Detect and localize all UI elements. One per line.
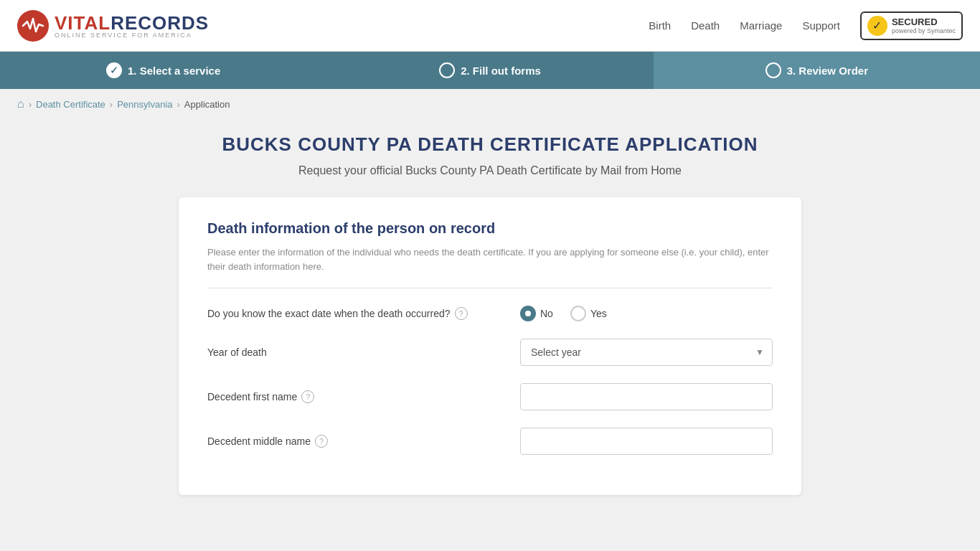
- first-name-input[interactable]: [520, 383, 773, 410]
- year-of-death-input-area: Select year 2024 2023 2022 2021 2020 ▼: [520, 339, 773, 366]
- exact-date-yes-label: Yes: [590, 308, 607, 319]
- step-2-label: 2. Fill out forms: [461, 65, 541, 77]
- breadcrumb-home[interactable]: ⌂: [17, 98, 24, 110]
- form-section-title: Death information of the person on recor…: [207, 220, 773, 237]
- exact-date-input-area: No Yes: [520, 306, 773, 321]
- exact-date-yes-radio[interactable]: Yes: [570, 306, 607, 321]
- breadcrumb-pennsylvania[interactable]: Pennsylvania: [117, 99, 172, 110]
- exact-date-label: Do you know the exact date when the deat…: [207, 307, 509, 320]
- home-icon: ⌂: [17, 98, 24, 110]
- middle-name-label: Decedent middle name ?: [207, 435, 509, 448]
- nav-support[interactable]: Support: [802, 19, 840, 32]
- step-1-check-icon: ✓: [106, 62, 122, 78]
- first-name-label: Decedent first name ?: [207, 390, 509, 403]
- norton-text: SECURED powered by Symantec: [892, 17, 956, 35]
- nav-birth[interactable]: Birth: [649, 19, 671, 32]
- year-of-death-label-text: Year of death: [207, 347, 267, 358]
- first-name-help-icon[interactable]: ?: [301, 390, 314, 403]
- first-name-label-text: Decedent first name: [207, 391, 297, 402]
- exact-date-no-label: No: [540, 308, 553, 319]
- svg-point-0: [17, 10, 49, 42]
- exact-date-no-radio[interactable]: No: [520, 306, 553, 321]
- step-bar: ✓ 1. Select a service 2. Fill out forms …: [0, 52, 980, 89]
- exact-date-label-text: Do you know the exact date when the deat…: [207, 308, 451, 319]
- exact-date-no-circle: [520, 306, 536, 321]
- middle-name-help-icon[interactable]: ?: [315, 435, 328, 448]
- page-subtitle: Request your official Bucks County PA De…: [179, 164, 801, 177]
- step-1[interactable]: ✓ 1. Select a service: [0, 52, 326, 89]
- middle-name-input[interactable]: [520, 428, 773, 455]
- year-select-wrapper: Select year 2024 2023 2022 2021 2020 ▼: [520, 339, 773, 366]
- year-of-death-select[interactable]: Select year 2024 2023 2022 2021 2020: [520, 339, 773, 366]
- norton-secured: SECURED: [892, 17, 956, 28]
- logo-vital: VITAL: [55, 12, 110, 34]
- form-divider: [207, 288, 773, 288]
- breadcrumb-sep-1: ›: [29, 99, 32, 110]
- form-section-desc: Please enter the information of the indi…: [207, 245, 773, 273]
- first-name-input-area: [520, 383, 773, 410]
- step-2-circle-icon: [439, 62, 455, 78]
- logo-text: VITALRECORDS ONLINE SERVICE FOR AMERICA: [55, 12, 209, 39]
- norton-powered: powered by Symantec: [892, 27, 956, 34]
- step-3[interactable]: 3. Review Order: [654, 52, 980, 89]
- form-card: Death information of the person on recor…: [179, 197, 801, 495]
- year-of-death-label: Year of death: [207, 347, 509, 358]
- middle-name-row: Decedent middle name ?: [207, 428, 773, 455]
- breadcrumb-death-certificate[interactable]: Death Certificate: [36, 99, 105, 110]
- first-name-row: Decedent first name ?: [207, 383, 773, 410]
- logo-sub: ONLINE SERVICE FOR AMERICA: [55, 32, 209, 39]
- norton-check-icon: ✓: [867, 16, 887, 36]
- breadcrumb-sep-3: ›: [177, 99, 180, 110]
- step-3-label: 3. Review Order: [787, 65, 868, 77]
- exact-date-row: Do you know the exact date when the deat…: [207, 306, 773, 321]
- step-2[interactable]: 2. Fill out forms: [326, 52, 653, 89]
- page-title: BUCKS COUNTY PA DEATH CERTIFICATE APPLIC…: [179, 133, 801, 156]
- norton-badge: ✓ SECURED powered by Symantec: [860, 11, 963, 40]
- breadcrumb-sep-2: ›: [110, 99, 113, 110]
- main-content: BUCKS COUNTY PA DEATH CERTIFICATE APPLIC…: [167, 119, 813, 524]
- breadcrumb-application: Application: [184, 99, 230, 110]
- logo-icon: [17, 10, 49, 42]
- middle-name-input-area: [520, 428, 773, 455]
- nav: Birth Death Marriage Support ✓ SECURED p…: [649, 11, 963, 40]
- exact-date-radio-group: No Yes: [520, 306, 773, 321]
- step-3-circle-icon: [765, 62, 781, 78]
- logo-records: RECORDS: [110, 12, 209, 34]
- nav-marriage[interactable]: Marriage: [740, 19, 782, 32]
- header: VITALRECORDS ONLINE SERVICE FOR AMERICA …: [0, 0, 980, 52]
- logo-area: VITALRECORDS ONLINE SERVICE FOR AMERICA: [17, 10, 209, 42]
- exact-date-help-icon[interactable]: ?: [455, 307, 468, 320]
- step-1-label: 1. Select a service: [128, 65, 220, 77]
- breadcrumb: ⌂ › Death Certificate › Pennsylvania › A…: [0, 89, 980, 119]
- middle-name-label-text: Decedent middle name: [207, 435, 311, 447]
- year-of-death-row: Year of death Select year 2024 2023 2022…: [207, 339, 773, 366]
- nav-death[interactable]: Death: [691, 19, 720, 32]
- exact-date-yes-circle: [570, 306, 586, 321]
